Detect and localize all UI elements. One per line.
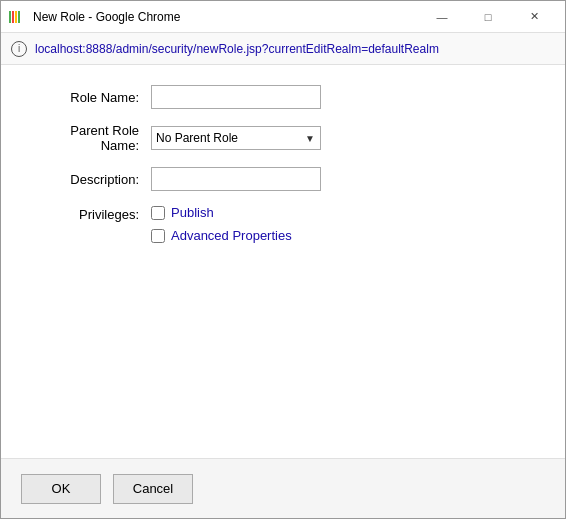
- minimize-button[interactable]: —: [419, 1, 465, 33]
- parent-role-select[interactable]: No Parent Role: [151, 126, 321, 150]
- window-controls: — □ ✕: [419, 1, 557, 33]
- maximize-button[interactable]: □: [465, 1, 511, 33]
- publish-checkbox-row: Publish: [151, 205, 292, 220]
- svg-rect-2: [15, 11, 17, 23]
- privileges-label: Privileges:: [31, 205, 151, 222]
- advanced-checkbox-row: Advanced Properties: [151, 228, 292, 243]
- role-name-input[interactable]: [151, 85, 321, 109]
- role-name-row: Role Name:: [31, 85, 535, 109]
- description-input[interactable]: [151, 167, 321, 191]
- main-window: New Role - Google Chrome — □ ✕ i localho…: [0, 0, 566, 519]
- cancel-button[interactable]: Cancel: [113, 474, 193, 504]
- privileges-content: Publish Advanced Properties: [151, 205, 292, 243]
- svg-rect-1: [12, 11, 14, 23]
- privileges-row: Privileges: Publish Advanced Properties: [31, 205, 535, 243]
- svg-rect-0: [9, 11, 11, 23]
- parent-role-row: Parent Role Name: No Parent Role ▼: [31, 123, 535, 153]
- advanced-checkbox[interactable]: [151, 229, 165, 243]
- form-content: Role Name: Parent Role Name: No Parent R…: [1, 65, 565, 458]
- app-icon: [9, 9, 25, 25]
- description-row: Description:: [31, 167, 535, 191]
- window-title: New Role - Google Chrome: [33, 10, 419, 24]
- description-label: Description:: [31, 172, 151, 187]
- advanced-label[interactable]: Advanced Properties: [171, 228, 292, 243]
- publish-label[interactable]: Publish: [171, 205, 214, 220]
- parent-role-select-wrapper: No Parent Role ▼: [151, 126, 321, 150]
- close-button[interactable]: ✕: [511, 1, 557, 33]
- address-bar: i localhost:8888/admin/security/newRole.…: [1, 33, 565, 65]
- parent-role-label: Parent Role Name:: [31, 123, 151, 153]
- title-bar: New Role - Google Chrome — □ ✕: [1, 1, 565, 33]
- publish-checkbox[interactable]: [151, 206, 165, 220]
- spacer: [31, 257, 535, 438]
- ok-button[interactable]: OK: [21, 474, 101, 504]
- svg-rect-3: [18, 11, 20, 23]
- footer: OK Cancel: [1, 458, 565, 518]
- url-text: localhost:8888/admin/security/newRole.js…: [35, 42, 555, 56]
- role-name-label: Role Name:: [31, 90, 151, 105]
- info-icon: i: [11, 41, 27, 57]
